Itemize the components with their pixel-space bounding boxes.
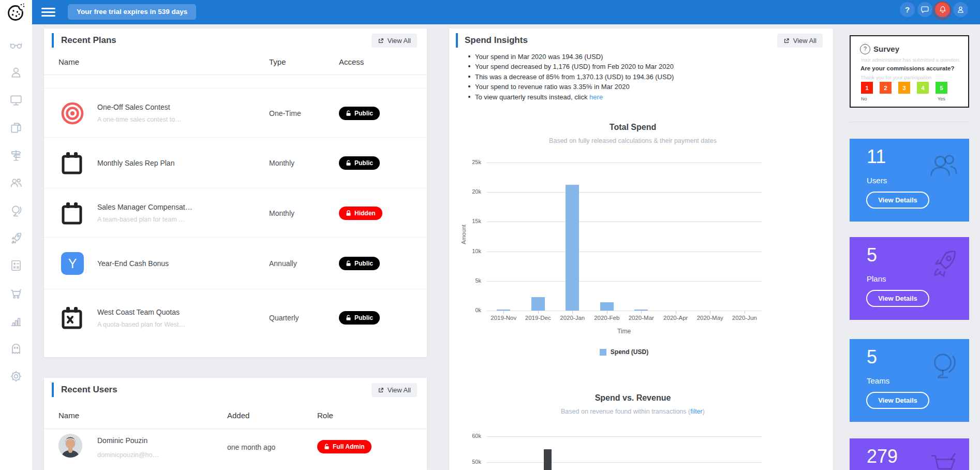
card-accent-bar bbox=[52, 383, 54, 397]
documents-icon[interactable] bbox=[9, 121, 23, 135]
user-group-icon[interactable] bbox=[9, 176, 23, 189]
teams-count: 5 bbox=[867, 346, 877, 368]
calendar-x-icon bbox=[61, 306, 84, 329]
teams-label: Teams bbox=[867, 376, 889, 385]
plan-type: Quarterly bbox=[269, 289, 299, 346]
role-badge: Full Admin bbox=[317, 440, 372, 453]
y-tick-label: 0k bbox=[458, 307, 481, 313]
user-name: Dominic Pouzin bbox=[97, 436, 147, 445]
lock-icon bbox=[346, 210, 351, 216]
globe-icon[interactable] bbox=[9, 204, 23, 217]
plan-name: One-Off Sales Contest bbox=[97, 103, 182, 111]
access-badge: Hidden bbox=[339, 207, 382, 220]
survey-no-label: No bbox=[861, 96, 867, 101]
profile-icon[interactable] bbox=[953, 2, 968, 17]
rail-divider bbox=[850, 122, 969, 122]
survey-rating-2[interactable]: 2 bbox=[880, 82, 892, 94]
user-icon[interactable] bbox=[9, 66, 23, 79]
user-email: dominicpouzin@ho… bbox=[97, 451, 159, 459]
y-tick-label: 25k bbox=[458, 159, 481, 165]
gear-icon[interactable] bbox=[9, 370, 23, 383]
plans-view-all-button[interactable]: View All bbox=[372, 34, 417, 48]
access-badge: Public bbox=[339, 156, 380, 170]
revenue-bar bbox=[544, 449, 552, 470]
calculator-icon[interactable] bbox=[9, 259, 23, 272]
quarterly-results-link[interactable]: here bbox=[589, 93, 603, 101]
recent-plans-title: Recent Plans bbox=[61, 35, 116, 46]
spend-bar bbox=[600, 302, 614, 311]
filter-link[interactable]: filter bbox=[690, 408, 703, 415]
plan-row[interactable]: Y Year-End Cash Bonus Annually Public bbox=[44, 237, 427, 289]
gridline bbox=[486, 462, 762, 463]
bullet-dot bbox=[468, 55, 470, 57]
spend-insights-card: Spend Insights View All Your spend in Ma… bbox=[449, 28, 833, 470]
hamburger-menu-icon[interactable] bbox=[41, 8, 55, 17]
bar-chart-icon[interactable] bbox=[9, 314, 23, 328]
left-sidebar bbox=[0, 0, 32, 470]
notifications-bell-icon[interactable] bbox=[935, 2, 950, 17]
rocket-icon[interactable] bbox=[9, 231, 23, 245]
monitor-icon[interactable] bbox=[9, 93, 23, 107]
x-tick-label: 2019-Nov bbox=[486, 315, 521, 321]
target-icon bbox=[61, 102, 84, 125]
users-stat-card: 11 Users View Details bbox=[850, 139, 969, 222]
plan-row[interactable]: One-Off Sales ContestA one-time sales co… bbox=[44, 88, 427, 138]
y-tick-label: 50k bbox=[458, 459, 481, 465]
access-badge: Public bbox=[339, 311, 380, 325]
plans-view-details-button[interactable]: View Details bbox=[866, 290, 929, 307]
help-icon[interactable]: ? bbox=[900, 2, 915, 17]
plans-count: 5 bbox=[867, 244, 877, 266]
shopping-cart-icon[interactable] bbox=[9, 287, 23, 300]
gridline bbox=[486, 311, 762, 311]
spend-vs-revenue-plot bbox=[486, 434, 762, 470]
plan-subtitle: A team-based plan for team … bbox=[97, 216, 192, 223]
users-view-details-button[interactable]: View Details bbox=[866, 192, 929, 209]
ghost-icon[interactable] bbox=[9, 342, 23, 355]
survey-admin-note: Your administrator has submitted a quest… bbox=[860, 57, 961, 63]
plan-row[interactable]: Sales Manager Compensat…A team-based pla… bbox=[44, 188, 427, 238]
x-tick-label: 2020-Jun bbox=[727, 315, 762, 321]
unlock-icon bbox=[324, 444, 330, 450]
plan-row[interactable]: West Coast Team QuotasA quota-based plan… bbox=[44, 289, 427, 346]
users-view-all-button[interactable]: View All bbox=[372, 383, 417, 397]
survey-rating-3[interactable]: 3 bbox=[898, 82, 910, 94]
spend-insights-title: Spend Insights bbox=[465, 35, 528, 46]
y-tick-label: 60k bbox=[458, 433, 481, 439]
gridline bbox=[486, 163, 762, 163]
survey-rating-4[interactable]: 4 bbox=[917, 82, 929, 94]
x-tick-label: 2020-Feb bbox=[590, 315, 625, 321]
gridline bbox=[486, 436, 762, 437]
plan-type: Monthly bbox=[269, 188, 294, 238]
insights-bullet-list: Your spend in Mar 2020 was 194.36 (USD) … bbox=[468, 53, 674, 103]
survey-title: Survey bbox=[873, 45, 899, 53]
x-tick-label: 2020-May bbox=[693, 315, 727, 321]
plan-subtitle: A quota-based plan for West… bbox=[97, 321, 185, 328]
divider bbox=[44, 429, 427, 429]
survey-rating-5[interactable]: 5 bbox=[936, 82, 947, 94]
access-badge: Public bbox=[339, 107, 380, 120]
survey-rating-1[interactable]: 1 bbox=[861, 82, 873, 94]
globe-icon bbox=[928, 349, 960, 381]
insight-bullet: Your spend decreased by 1,176 (USD) from… bbox=[468, 63, 674, 72]
unlock-icon bbox=[346, 315, 351, 321]
teams-view-details-button[interactable]: View Details bbox=[866, 392, 929, 409]
external-link-icon bbox=[783, 38, 790, 44]
users-icon bbox=[928, 149, 960, 181]
cookie-logo-icon[interactable] bbox=[6, 3, 25, 22]
column-header-name: Name bbox=[58, 411, 79, 420]
cart-icon bbox=[928, 449, 960, 470]
signpost-icon[interactable] bbox=[9, 149, 23, 162]
axis-tick bbox=[607, 311, 607, 314]
axis-tick bbox=[745, 311, 745, 314]
plan-subtitle: A one-time sales contest to… bbox=[97, 116, 182, 123]
insight-bullet: To view quarterly results instead, click… bbox=[468, 93, 674, 103]
column-header-role: Role bbox=[317, 411, 333, 420]
notification-ring bbox=[933, 1, 952, 20]
plan-row[interactable]: Monthly Sales Rep Plan Monthly Public bbox=[44, 137, 427, 188]
recent-users-title: Recent Users bbox=[61, 385, 117, 395]
eyeglasses-icon[interactable] bbox=[9, 38, 23, 52]
axis-tick bbox=[676, 311, 676, 314]
spend-view-all-button[interactable]: View All bbox=[777, 34, 823, 48]
chat-icon[interactable] bbox=[917, 2, 932, 17]
unlock-icon bbox=[346, 110, 351, 116]
